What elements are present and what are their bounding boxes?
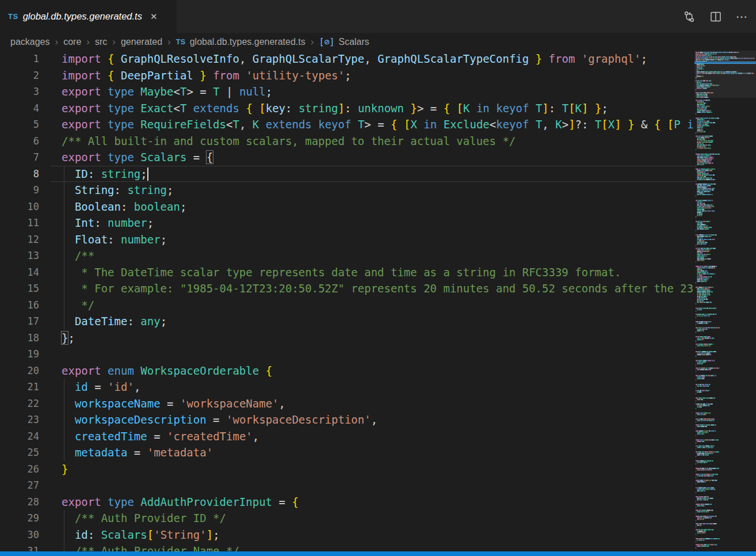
code-line-content: /** [51,247,694,264]
line-number: 24 [0,428,51,445]
line-number: 26 [0,461,51,478]
line-number: 6 [0,133,51,150]
code-line[interactable]: 20export enum WorkspaceOrderable { [0,363,694,379]
code-line[interactable]: 19 [0,346,694,363]
line-number: 27 [0,477,51,494]
line-number: 19 [0,346,51,363]
line-number: 3 [0,83,51,100]
indent-guide [64,379,64,461]
line-number: 10 [0,199,51,215]
code-line-content: * For example: "1985-04-12T23:20:50.52Z"… [51,280,694,297]
code-line[interactable]: 8 ID: string; [0,166,694,182]
tab-title: global.db.types.generated.ts [23,11,142,22]
line-number: 15 [0,280,51,297]
line-number: 17 [0,313,51,330]
line-number: 13 [0,247,51,264]
code-line[interactable]: 6/** All built-in and custom scalars, ma… [0,133,694,150]
chevron-right-icon: › [86,36,90,48]
code-line[interactable]: 25 metadata = 'metadata' [0,444,694,461]
line-number: 18 [0,330,51,346]
indent-guide [64,510,64,551]
code-line-content: DateTime: any; [51,313,694,330]
breadcrumb-item-packages[interactable]: packages [10,37,50,47]
code-line[interactable]: 10 Boolean: boolean; [0,199,694,215]
breadcrumb-item-generated[interactable]: generated [121,37,162,47]
code-line[interactable]: 18}; [0,330,694,346]
breadcrumb-item-src[interactable]: src [95,37,107,47]
code-line-content: workspaceDescription = 'workspaceDescrip… [51,412,694,428]
code-line-content: } [51,461,694,478]
code-line[interactable]: 23 workspaceDescription = 'workspaceDesc… [0,412,694,428]
code-line[interactable]: 31 /** Auth Provider Name */ [0,543,694,551]
type-symbol-icon: [⊘] [319,37,334,47]
close-tab-icon[interactable]: ✕ [148,10,160,23]
code-line-content: * The DateTime scalar type represents da… [51,264,694,281]
code-line-content: String: string; [51,182,694,199]
typescript-file-icon: TS [176,38,186,46]
minimap[interactable] [694,51,756,551]
code-line-content: /** Auth Provider Name */ [51,543,694,551]
code-line[interactable]: 16 */ [0,297,694,314]
line-number: 11 [0,215,51,231]
code-line-content: export enum WorkspaceOrderable { [51,363,694,379]
tab-global-db-types-generated[interactable]: TS global.db.types.generated.ts ✕ [0,0,177,33]
code-line[interactable]: 9 String: string; [0,182,694,199]
minimap-canvas [694,51,756,551]
code-line[interactable]: 3export type Maybe<T> = T | null; [0,83,694,100]
code-line-content: metadata = 'metadata' [51,444,694,461]
code-line-content: import { DeepPartial } from 'utility-typ… [51,67,694,84]
code-line[interactable]: 30 id: Scalars['String']; [0,527,694,543]
text-cursor [147,167,148,181]
code-line[interactable]: 27 [0,477,694,494]
code-line[interactable]: 29 /** Auth Provider ID */ [0,510,694,527]
split-editor-icon[interactable] [709,10,722,23]
code-line[interactable]: 22 workspaceName = 'workspaceName', [0,395,694,412]
breadcrumb-item-file[interactable]: global.db.types.generated.ts [190,37,306,47]
line-number: 31 [0,543,51,551]
line-number: 29 [0,510,51,527]
line-number: 20 [0,363,51,379]
code-line-content: import { GraphQLResolveInfo, GraphQLScal… [51,51,694,67]
chevron-right-icon: › [167,36,171,48]
code-line[interactable]: 4export type Exact<T extends { [key: str… [0,100,694,117]
more-actions-icon[interactable]: ⋯ [736,10,748,24]
code-line-content: id = 'id', [51,379,694,395]
chevron-right-icon: › [55,36,59,48]
code-line[interactable]: 21 id = 'id', [0,379,694,395]
code-line-content: /** Auth Provider ID */ [51,510,694,527]
typescript-file-icon: TS [8,12,18,21]
breadcrumb-item-core[interactable]: core [63,37,81,47]
code-line[interactable]: 12 Float: number; [0,231,694,248]
line-number: 22 [0,395,51,412]
code-line-content: Float: number; [51,231,694,248]
code-line[interactable]: 7export type Scalars = { [0,149,694,166]
line-number: 8 [0,166,51,182]
code-line[interactable]: 15 * For example: "1985-04-12T23:20:50.5… [0,280,694,297]
code-line[interactable]: 28export type AddAuthProviderInput = { [0,494,694,511]
indent-guide [64,166,64,330]
tab-bar: TS global.db.types.generated.ts ✕ [0,0,756,33]
code-line[interactable]: 24 createdTime = 'createdTime', [0,428,694,445]
code-line[interactable]: 2import { DeepPartial } from 'utility-ty… [0,67,694,84]
code-editor[interactable]: 1import { GraphQLResolveInfo, GraphQLSca… [0,51,694,551]
line-number: 12 [0,231,51,248]
line-number: 1 [0,51,51,67]
code-line[interactable]: 1import { GraphQLResolveInfo, GraphQLSca… [0,51,694,67]
code-line[interactable]: 5export type RequireFields<T, K extends … [0,116,694,133]
line-number: 2 [0,67,51,84]
code-line[interactable]: 13 /** [0,247,694,264]
chevron-right-icon: › [112,36,116,48]
code-line-content [51,346,694,363]
line-number: 30 [0,527,51,543]
code-line[interactable]: 26} [0,461,694,478]
code-line[interactable]: 11 Int: number; [0,215,694,231]
vscode-window: TS global.db.types.generated.ts ✕ [0,0,756,556]
code-line-content: createdTime = 'createdTime', [51,428,694,445]
line-number: 21 [0,379,51,395]
breadcrumb-item-symbol[interactable]: Scalars [338,37,369,47]
code-line[interactable]: 17 DateTime: any; [0,313,694,330]
breadcrumb: packages›core›src›generated›TSglobal.db.… [0,33,756,51]
code-line[interactable]: 14 * The DateTime scalar type represents… [0,264,694,281]
line-number: 7 [0,149,51,166]
open-changes-icon[interactable] [683,10,696,23]
